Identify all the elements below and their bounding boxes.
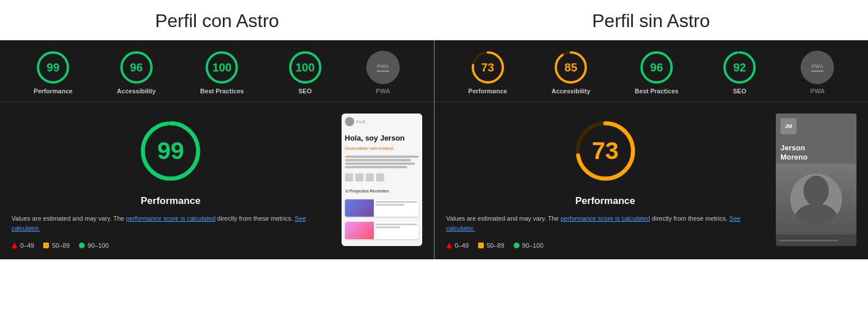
left-phone-icons-row [345,173,419,181]
left-circle-performance: 99 [36,51,70,84]
right-score-best-practices: 96 Best Practices [635,51,679,94]
right-big-circle: 73 [574,119,637,183]
right-detail-left: 73 Performance Values are estimated and … [446,114,765,249]
left-big-score: 99 [157,137,184,165]
left-circle-best-practices: 100 [205,51,238,84]
right-detail-title: Performance [446,195,765,207]
left-legend-90-100: 90–100 [79,242,109,249]
right-profile-bottom-line [779,240,838,241]
left-phone-icon1 [345,173,353,181]
left-pwa-badge: PWA [366,51,400,84]
left-score-label-performance: Performance [34,88,73,94]
right-score-label-accessibility: Accessibility [552,88,590,94]
left-legend-range1: 0–49 [20,242,34,249]
left-screenshot: Perfil Hola, soy Jerson Desarrollador we… [342,114,422,246]
left-legend-dot [79,243,85,248]
right-profile-bottom-bar [776,235,856,246]
right-circle-best-practices: 96 [640,51,673,84]
left-phone-card1 [345,199,419,217]
left-score-label-best-practices: Best Practices [200,88,244,94]
right-score-value-seo: 92 [733,61,746,74]
right-pwa-label: PWA [812,63,824,69]
right-profile-name-line2: Moreno [780,153,852,162]
left-circle-accessibility: 96 [120,51,153,84]
left-phone-line1 [345,156,419,158]
right-detail-section: 73 Performance Values are estimated and … [435,102,869,259]
right-profile-header-bar: JM [776,114,856,139]
svg-point-21 [794,203,838,225]
left-score-best-practices: 100 Best Practices [200,51,244,94]
right-legend-range2: 50–89 [487,242,505,249]
left-score-performance: 99 Performance [34,51,73,94]
left-phone-icon3 [366,173,374,181]
right-pwa-badge: PWA [801,51,834,84]
left-phone-mockup: Perfil Hola, soy Jerson Desarrollador we… [342,114,422,246]
right-legend-90-100: 90–100 [514,242,544,249]
right-profile-silhouette [790,173,842,225]
left-phone-subtitle: Desarrollador web frontend [345,146,419,150]
left-desc-text1: Values are estimated and may vary. The [12,215,126,222]
left-score-value-best-practices: 100 [213,61,232,74]
left-phone-card-inner1 [345,199,419,217]
left-big-circle-container: 99 [12,114,330,188]
left-phone-card-text1 [374,199,419,217]
left-score-value-seo: 100 [295,61,314,74]
right-pwa-score-label: PWA [810,88,825,94]
right-title: Perfil sin Astro [434,0,869,40]
left-legend-square [43,243,49,248]
left-phone-line2 [345,159,411,161]
right-panel: 73 Performance 85 Accessibility [435,40,869,259]
left-detail-title: Performance [12,195,330,207]
titles-row: Perfil con Astro Perfil sin Astro [0,0,868,40]
left-title: Perfil con Astro [0,0,434,40]
right-pwa-line [811,70,824,72]
right-score-value-performance: 73 [482,61,494,74]
left-desc-text2: directly from these metrics. [215,215,295,222]
right-score-pwa: PWA PWA [801,51,834,94]
left-pwa-line [377,70,389,72]
left-perf-link[interactable]: performance score is calculated [126,215,215,222]
svg-point-20 [803,176,829,206]
right-profile-photo [776,164,856,235]
right-score-label-seo: SEO [733,88,746,94]
left-legend-row: 0–49 50–89 90–100 [12,242,330,249]
right-score-value-accessibility: 85 [564,61,577,74]
right-score-accessibility: 85 Accessibility [552,51,590,94]
left-phone-card-img1 [345,199,374,217]
left-phone-header: Perfil [345,117,419,126]
left-pwa-label: PWA [377,63,389,69]
right-scores-bar: 73 Performance 85 Accessibility [435,40,869,102]
left-score-label-accessibility: Accessibility [117,88,156,94]
right-profile-initials: JM [780,118,797,134]
right-profile-avatar-circle [790,173,842,225]
right-legend-50-89: 50–89 [478,242,505,249]
right-desc-text1: Values are estimated and may vary. The [446,215,561,222]
left-legend-50-89: 50–89 [43,242,70,249]
left-score-label-seo: SEO [298,88,312,94]
right-circle-seo: 92 [723,51,756,84]
right-legend-row: 0–49 50–89 90–100 [446,242,765,249]
left-phone-card-line4 [376,226,400,228]
right-circle-performance: 73 [471,51,505,84]
right-circle-accessibility: 85 [554,51,587,84]
main-container: Perfil con Astro Perfil sin Astro 99 Per… [0,0,868,259]
left-legend-triangle [12,243,17,248]
right-profile-name-line1: Jerson [780,143,852,153]
left-phone-card-text2 [374,222,419,239]
left-phone-icon2 [355,173,363,181]
left-big-circle: 99 [139,119,202,183]
right-perf-link[interactable]: performance score is calculated [560,215,650,222]
left-phone-nav: Perfil [357,120,419,124]
left-score-seo: 100 SEO [289,51,322,94]
left-phone-card-line1 [376,201,417,203]
left-phone-card-line3 [376,224,417,225]
left-phone-card-inner2 [345,222,419,239]
left-circle-seo: 100 [289,51,322,84]
right-score-value-best-practices: 96 [650,61,663,74]
right-legend-range1: 0–49 [455,242,469,249]
right-score-label-performance: Performance [468,88,507,94]
left-phone-line4 [345,166,408,168]
left-panel: 99 Performance 96 Accessibility [0,40,434,259]
left-scores-bar: 99 Performance 96 Accessibility [0,40,434,102]
left-score-accessibility: 96 Accessibility [117,51,156,94]
